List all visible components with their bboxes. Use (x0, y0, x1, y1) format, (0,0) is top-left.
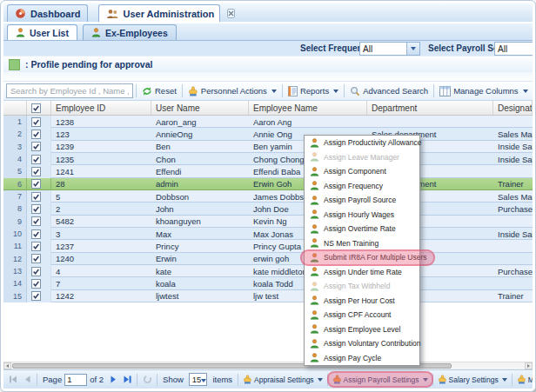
table-row[interactable]: 628adminErwin GohSales departmentTrainer (3, 178, 533, 190)
column-header-designation[interactable]: Designation (493, 101, 533, 115)
menu-item[interactable]: Assign Under time Rate (305, 265, 419, 280)
select-all-checkbox[interactable] (31, 103, 41, 113)
cell-user-name: khoanguyen (151, 216, 249, 228)
row-checkbox[interactable] (31, 291, 41, 301)
row-checkbox[interactable] (31, 254, 41, 263)
cell-employee-id: 4 (51, 265, 151, 277)
row-checkbox-cell (27, 253, 51, 265)
table-row[interactable]: 103MaxMax JonasInside Sales (3, 228, 533, 240)
payroll-source-value: All (495, 44, 533, 54)
menu-item[interactable]: Assign Component (305, 164, 419, 179)
assign-payroll-settings-button[interactable]: Assign Payroll Settings (331, 373, 430, 386)
row-checkbox[interactable] (31, 167, 41, 176)
column-header-user-name[interactable]: User Name (151, 101, 249, 115)
row-checkbox-cell (27, 153, 51, 165)
table-row[interactable]: 82JohnJohn DoePurchase Manager (3, 203, 533, 215)
table-row[interactable]: 31239BenBen yaminInside Sales (3, 141, 533, 153)
row-checkbox[interactable] (31, 267, 41, 276)
advanced-search-button[interactable]: Advanced Search (347, 84, 431, 98)
menu-item[interactable]: Submit IR8A For Multiple Users (305, 250, 419, 265)
table-empty-area (3, 302, 533, 362)
legend-bar: : Profile pending for approval (3, 56, 533, 72)
row-number: 13 (3, 265, 27, 277)
menu-item[interactable]: Assign Voluntary Contribution (305, 336, 419, 351)
row-checkbox[interactable] (31, 192, 41, 202)
menu-item[interactable]: Assign Frequency (305, 179, 419, 194)
table-row[interactable]: 147koalakoala Todd (3, 277, 533, 289)
table-row[interactable]: 95482khoanguyenKevin Ng (3, 216, 533, 228)
row-checkbox[interactable] (31, 179, 41, 189)
table-row[interactable]: 134katekate middletonPurchase Manager (3, 265, 533, 277)
row-checkbox[interactable] (31, 229, 41, 239)
menu-item[interactable]: NS Men Training (305, 236, 419, 251)
row-number: 1 (3, 116, 27, 128)
cell-user-name: ljwtest (151, 290, 249, 302)
row-checkbox[interactable] (31, 155, 41, 164)
scroll-left-icon[interactable] (3, 362, 11, 369)
column-header-employee-name[interactable]: Employee Name (249, 101, 367, 115)
close-icon[interactable] (227, 9, 235, 18)
separator (157, 374, 157, 386)
column-header-department[interactable]: Department (367, 101, 493, 115)
manage-columns-button[interactable]: Manage Columns (437, 84, 530, 98)
row-checkbox-cell (27, 190, 51, 203)
table-row[interactable]: 75DobbsonJames DobbsonSales Manager (3, 190, 533, 203)
reset-button[interactable]: Reset (139, 84, 179, 98)
menu-item[interactable]: Assign Per Hour Cost (305, 294, 419, 309)
subtab-user-list[interactable]: User List (7, 24, 77, 40)
menu-item[interactable]: Assign Pay Cycle (305, 351, 419, 366)
menu-item[interactable]: Assign Hourly Wages (305, 208, 419, 223)
menu-item[interactable]: Assign CPF Account (305, 308, 419, 322)
personnel-actions-icon (188, 86, 198, 96)
personnel-actions-button[interactable]: Personnel Actions (185, 84, 279, 98)
cell-user-name: Chon (151, 153, 249, 165)
row-checkbox[interactable] (31, 242, 41, 251)
menu-item[interactable]: Assign Employee Level (305, 322, 419, 337)
chevron-down-icon[interactable] (406, 43, 419, 55)
row-checkbox[interactable] (31, 216, 41, 226)
menu-item[interactable]: Assign Productivity Allowance (305, 136, 419, 150)
separator (327, 374, 328, 386)
button-label: Assign Payroll Settings (344, 375, 419, 384)
menu-item-label: Assign Leave Manager (324, 153, 399, 162)
row-checkbox[interactable] (31, 204, 41, 214)
next-page-icon[interactable] (106, 373, 120, 387)
row-checkbox[interactable] (31, 279, 41, 289)
table-row[interactable]: 51241EffendiEffendi Baba (3, 165, 533, 177)
payroll-source-select[interactable]: All (494, 42, 533, 56)
table-row[interactable]: 111237PrincyPrincy Gupta (3, 240, 533, 252)
table-row[interactable]: 121240Erwinerwin goh (3, 253, 533, 265)
table-row[interactable]: 151242ljwtestljw testTrainer (3, 290, 533, 302)
tab-dashboard[interactable]: Dashboard (7, 4, 88, 22)
row-checkbox[interactable] (31, 117, 41, 127)
cell-user-name: AnnieOng (151, 128, 249, 140)
cell-employee-id: 7 (51, 277, 151, 289)
table-row[interactable]: 11238Aaron_angAaron Ang (3, 116, 533, 128)
last-page-icon[interactable] (120, 373, 134, 387)
scroll-right-icon[interactable] (525, 362, 533, 369)
reports-button[interactable]: Reports (285, 84, 341, 98)
row-checkbox[interactable] (31, 130, 41, 139)
tab-user-administration[interactable]: User Administration (98, 4, 220, 22)
page-size-select[interactable]: 15 (189, 373, 208, 386)
column-header-employee-id[interactable]: Employee ID (51, 101, 151, 115)
cell-user-name: Dobbson (151, 190, 249, 203)
frequency-select[interactable]: All (359, 42, 420, 56)
mass-update-button[interactable]: Mass Update (515, 373, 533, 386)
chevron-down-icon[interactable] (201, 375, 206, 384)
cell-employee-id: 5 (51, 190, 151, 203)
salary-settings-button[interactable]: Salary Settings (436, 373, 509, 386)
table-row[interactable]: 2123AnnieOngAnnie OngSales departmentSal… (3, 128, 533, 140)
refresh-icon[interactable] (140, 373, 154, 387)
row-checkbox[interactable] (31, 142, 41, 151)
appraisal-settings-button[interactable]: Appraisal Settings (241, 373, 325, 386)
horizontal-scrollbar[interactable] (3, 362, 533, 369)
search-input[interactable] (6, 83, 133, 98)
table-row[interactable]: 41235ChonChong ChongInside Sales (3, 153, 533, 165)
subtab-ex-employees[interactable]: Ex-Employees (83, 24, 177, 40)
menu-item[interactable]: Assign Overtime Rate (305, 222, 419, 236)
page-number-input[interactable] (64, 374, 87, 386)
first-page-icon[interactable] (6, 373, 20, 387)
prev-page-icon[interactable] (20, 373, 34, 387)
menu-item[interactable]: Assign Payroll Source (305, 193, 419, 208)
